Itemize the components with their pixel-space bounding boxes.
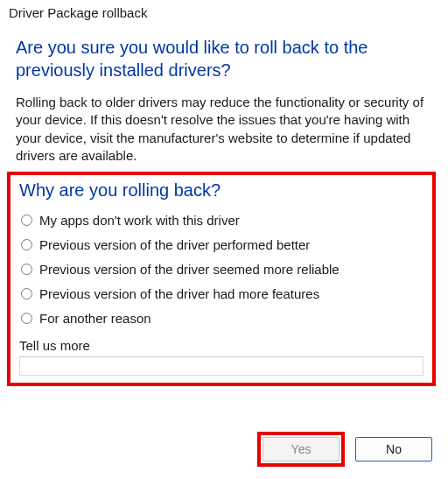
- reason-option[interactable]: Previous version of the driver had more …: [21, 286, 424, 301]
- dialog-button-row: Yes No: [257, 432, 432, 467]
- reason-radio-1[interactable]: [21, 239, 32, 250]
- reason-label: For another reason: [39, 311, 151, 326]
- reason-option[interactable]: Previous version of the driver performed…: [21, 237, 424, 252]
- tell-more-input[interactable]: [19, 356, 424, 376]
- reason-label: Previous version of the driver performed…: [39, 237, 310, 252]
- reason-radio-0[interactable]: [21, 215, 32, 226]
- reason-label: Previous version of the driver had more …: [39, 286, 319, 301]
- reason-radio-4[interactable]: [21, 313, 32, 324]
- window-title: Driver Package rollback: [0, 0, 448, 24]
- yes-button-highlight: Yes: [257, 432, 345, 467]
- main-heading: Are you sure you would like to roll back…: [16, 36, 432, 81]
- reason-section-highlight: Why are you rolling back? My apps don't …: [7, 172, 436, 386]
- reason-option[interactable]: My apps don't work with this driver: [21, 213, 424, 228]
- reason-option[interactable]: Previous version of the driver seemed mo…: [21, 262, 424, 277]
- yes-button[interactable]: Yes: [262, 437, 340, 461]
- reason-radio-group: My apps don't work with this driver Prev…: [21, 213, 424, 326]
- dialog-content: Are you sure you would like to roll back…: [0, 24, 448, 386]
- reason-label: My apps don't work with this driver: [39, 213, 240, 228]
- reason-heading: Why are you rolling back?: [19, 180, 424, 201]
- reason-option[interactable]: For another reason: [21, 311, 424, 326]
- tell-more-label: Tell us more: [19, 338, 424, 353]
- reason-radio-2[interactable]: [21, 264, 32, 275]
- warning-text: Rolling back to older drivers may reduce…: [16, 94, 432, 165]
- reason-radio-3[interactable]: [21, 288, 32, 299]
- no-button[interactable]: No: [355, 437, 432, 461]
- reason-label: Previous version of the driver seemed mo…: [39, 262, 340, 277]
